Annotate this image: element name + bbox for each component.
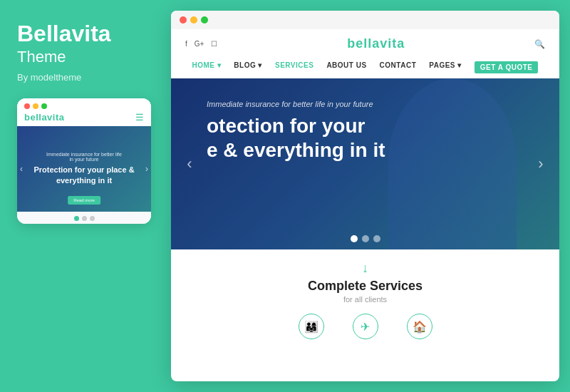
facebook-icon[interactable]: f [185, 40, 187, 48]
brand-author: By modeltheme [17, 72, 111, 83]
hero-slide-dots [351, 235, 380, 242]
service-item-1: 👨‍👩‍👧 [299, 314, 324, 339]
brand-subtitle: Theme [17, 48, 111, 66]
mobile-next-arrow[interactable]: › [145, 164, 148, 174]
hero-dot-2[interactable] [362, 235, 369, 242]
service-icon-home: 🏠 [407, 314, 432, 339]
mobile-mockup: bellavita ☰ Immediate insurance for bett… [17, 98, 151, 224]
nav-about[interactable]: ABOUT US [326, 61, 366, 73]
desktop-navbar: f G+ ☐ bellavita 🔍 [171, 29, 559, 57]
right-panel: f G+ ☐ bellavita 🔍 HOME ▾ BLOG ▾ SERVICE… [171, 11, 559, 381]
desktop-titlebar [171, 11, 559, 29]
nav-blog[interactable]: BLOG ▾ [234, 61, 262, 73]
hero-dot-3[interactable] [373, 235, 380, 242]
mobile-dot-3[interactable] [90, 216, 95, 221]
mobile-browser-bar: bellavita ☰ [17, 112, 151, 126]
app-title: Bellavita Theme By modeltheme [17, 21, 111, 83]
services-top-icon: ↓ [185, 261, 545, 276]
hero-tagline: Immediate insurance for better life in y… [207, 100, 524, 108]
desktop-dot-red [180, 16, 187, 24]
mobile-logo: bellavita [24, 112, 65, 123]
search-icon[interactable]: 🔍 [534, 39, 545, 49]
hero-headline: otection for your e & everything in it [207, 114, 524, 162]
brand-title: Bellavita [17, 21, 111, 46]
nav-contact[interactable]: CONTACT [380, 61, 417, 73]
left-panel: Bellavita Theme By modeltheme bellavita … [0, 0, 171, 392]
nav-services[interactable]: SERVICES [275, 61, 314, 73]
mobile-prev-arrow[interactable]: ‹ [20, 164, 23, 174]
mobile-dot-red [24, 103, 30, 109]
mobile-titlebar [17, 98, 151, 112]
hero-prev-arrow[interactable]: ‹ [178, 153, 201, 175]
desktop-browser: f G+ ☐ bellavita 🔍 HOME ▾ BLOG ▾ SERVICE… [171, 29, 559, 381]
desktop-nav-links: HOME ▾ BLOG ▾ SERVICES ABOUT US CONTACT … [171, 57, 559, 78]
service-icon-travel: ✈ [353, 314, 378, 339]
mobile-hero-tagline: Immediate insurance for better life in y… [46, 152, 122, 162]
hero-next-arrow[interactable]: › [529, 153, 552, 175]
mobile-hero-arrows: ‹ › [17, 164, 151, 174]
services-title: Complete Services [185, 279, 545, 294]
desktop-dot-green [201, 16, 208, 24]
nav-home[interactable]: HOME ▾ [192, 61, 222, 73]
hero-content: Immediate insurance for better life in y… [171, 78, 559, 183]
services-icons-row: 👨‍👩‍👧 ✈ 🏠 [185, 314, 545, 339]
mobile-read-more-button[interactable]: Read more [68, 196, 100, 205]
service-icon-family: 👨‍👩‍👧 [299, 314, 324, 339]
desktop-dot-yellow [190, 16, 197, 24]
service-item-3: 🏠 [407, 314, 432, 339]
nav-pages[interactable]: PAGES ▾ [429, 61, 462, 73]
service-item-2: ✈ [353, 314, 378, 339]
nav-get-quote[interactable]: GET A QUOTE [475, 61, 539, 73]
mobile-dot-yellow [33, 103, 38, 109]
mobile-dot-green [41, 103, 47, 109]
instagram-icon[interactable]: ☐ [211, 40, 217, 48]
mobile-menu-icon[interactable]: ☰ [135, 112, 144, 123]
hero-dot-1[interactable] [351, 235, 358, 242]
services-subtitle: for all clients [185, 295, 545, 304]
mobile-hero: Immediate insurance for better life in y… [17, 126, 151, 212]
mobile-slide-dots [17, 212, 151, 224]
services-section: ↓ Complete Services for all clients 👨‍👩‍… [171, 249, 559, 348]
desktop-logo: bellavita [347, 36, 405, 51]
social-links: f G+ ☐ [185, 40, 217, 48]
desktop-hero: Immediate insurance for better life in y… [171, 78, 559, 249]
mobile-dot-1[interactable] [74, 216, 79, 221]
gplus-icon[interactable]: G+ [195, 40, 204, 48]
mobile-dot-2[interactable] [82, 216, 87, 221]
